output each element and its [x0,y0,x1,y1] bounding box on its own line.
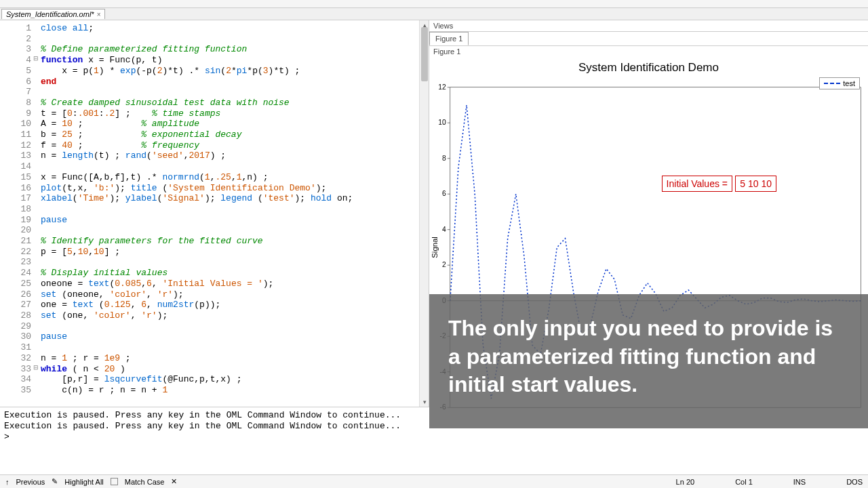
views-panel: Views Figure 1 Figure 1 System Identific… [429,20,868,407]
tutorial-overlay: The only input you need to provide is a … [429,294,868,428]
editor-scrollbar[interactable]: ▴ ▾ [419,20,429,407]
annotation-initial-label: Initial Values = [662,176,732,192]
svg-text:6: 6 [442,190,446,197]
scroll-down-icon[interactable]: ▾ [421,399,428,405]
annotation-initial-values: 5 10 10 [735,176,776,192]
figure-tab[interactable]: Figure 1 [429,32,469,45]
highlight-all-button[interactable]: Highlight All [64,478,103,486]
status-bar: ↑ Previous ✎ Highlight All Match Case ✕ … [0,474,868,488]
status-eol: DOS [846,478,863,486]
overlay-text: The only input you need to provide is a … [448,314,849,399]
prev-icon[interactable]: ↑ [5,478,9,486]
status-col: Col 1 [735,478,753,486]
views-label: Views [429,20,868,32]
svg-text:12: 12 [438,83,446,91]
chart-title: System Identification Demo [429,57,868,79]
console-input[interactable] [14,432,81,442]
scroll-thumb[interactable] [421,27,428,81]
chart-legend: test [819,77,860,89]
file-tab-label: System_Identification.oml* [6,10,94,18]
highlight-icon[interactable]: ✎ [52,477,58,486]
close-icon[interactable]: × [97,11,101,18]
svg-text:8: 8 [442,155,446,162]
svg-text:10: 10 [438,119,446,126]
file-tab[interactable]: System_Identification.oml* × [1,9,105,19]
status-ins: INS [793,478,806,486]
main-split: 1234567891011121314151617181920212223242… [0,20,868,407]
status-line: Ln 20 [676,478,695,486]
match-case-checkbox[interactable] [111,478,118,485]
console-prompt[interactable]: > [4,432,864,442]
code-editor[interactable]: 1234567891011121314151617181920212223242… [0,20,429,407]
previous-button[interactable]: Previous [16,478,45,486]
line-gutter: 1234567891011121314151617181920212223242… [0,20,35,407]
svg-text:2: 2 [442,261,446,268]
top-toolbar [0,0,868,8]
legend-label: test [843,79,855,87]
chart-container: System Identification Demo -6-4-20246810… [429,57,868,428]
svg-text:4: 4 [442,226,446,233]
prompt-char: > [4,432,9,442]
fold-icon[interactable]: ⊟ [33,364,39,371]
legend-line-icon [824,83,840,84]
code-text[interactable]: close all; % Define parameterized fittin… [35,20,419,407]
figure-label: Figure 1 [429,46,868,57]
match-case-label: Match Case [125,478,165,486]
svg-text:Signal: Signal [431,237,439,258]
editor-tab-bar: System_Identification.oml* × [0,8,868,20]
fold-icon[interactable]: ⊟ [33,55,39,62]
close-search-icon[interactable]: ✕ [171,477,177,486]
